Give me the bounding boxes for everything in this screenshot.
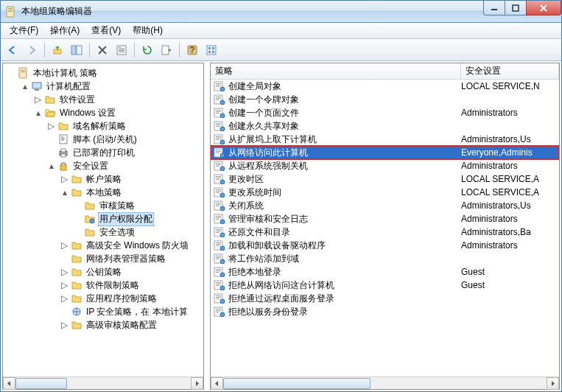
svg-rect-60 [216, 151, 221, 152]
tree-hscrollbar[interactable] [3, 377, 203, 389]
properties-button[interactable] [113, 41, 130, 59]
back-button[interactable] [4, 41, 21, 59]
menu-file[interactable]: 文件(F) [4, 23, 44, 38]
show-hide-tree-button[interactable] [68, 41, 85, 59]
policy-row[interactable]: 创建一个令牌对象 [211, 93, 559, 106]
policy-row[interactable]: 创建永久共享对象 [211, 119, 559, 133]
view-options-button[interactable] [203, 41, 220, 59]
tree-label: 脚本 (启动/关机) [71, 133, 138, 146]
tree-user-rights[interactable]: ▷用户权限分配 [72, 212, 203, 225]
tree-root[interactable]: ▷ 本地计算机 策略 [6, 66, 203, 80]
window-buttons [484, 1, 561, 15]
scroll-track[interactable] [15, 377, 191, 390]
refresh-button[interactable] [138, 41, 156, 59]
collapse-icon[interactable]: ▴ [21, 83, 29, 91]
svg-rect-64 [216, 163, 221, 164]
scroll-thumb[interactable] [15, 378, 67, 389]
tree-local-policies[interactable]: ▴本地策略 [59, 186, 203, 199]
column-header-security[interactable]: 安全设置 [461, 63, 559, 79]
collapse-icon[interactable]: ▴ [60, 189, 69, 197]
policy-row[interactable]: 拒绝通过远程桌面服务登录 [211, 292, 559, 305]
policy-row[interactable]: 还原文件和目录Administrators,Ba [211, 225, 559, 239]
policy-row[interactable]: 创建一个页面文件Administrators [211, 106, 559, 119]
scroll-right-button[interactable] [547, 377, 559, 390]
expand-icon[interactable]: ▷ [60, 295, 69, 303]
column-header-policy[interactable]: 策略 [211, 63, 461, 79]
scroll-track[interactable] [223, 377, 547, 390]
ipsec-icon [71, 306, 82, 318]
tree-windows-settings[interactable]: ▴Windows 设置 [32, 106, 203, 119]
tree-audit-policy[interactable]: ▷审核策略 [72, 199, 203, 212]
scroll-right-button[interactable] [191, 377, 203, 390]
expand-icon[interactable]: ▷ [47, 122, 55, 130]
maximize-button[interactable] [505, 1, 527, 15]
scroll-thumb[interactable] [223, 378, 370, 389]
policy-row[interactable]: 关闭系统Administrators,Us [211, 199, 559, 212]
expand-icon[interactable]: ▷ [60, 175, 69, 183]
policy-row[interactable]: 更改系统时间LOCAL SERVICE,A [211, 186, 559, 199]
list-hscrollbar[interactable] [211, 377, 559, 389]
policy-row[interactable]: 加载和卸载设备驱动程序Administrators [211, 239, 559, 252]
menu-action[interactable]: 操作(A) [44, 23, 85, 38]
policy-row[interactable]: 从远程系统强制关机Administrators [211, 159, 559, 172]
tree-advanced-audit[interactable]: ▷高级审核策略配置 [59, 318, 203, 332]
tree-security-settings[interactable]: ▴安全设置 [46, 159, 203, 172]
tree-app-control[interactable]: ▷应用程序控制策略 [59, 292, 203, 305]
up-button[interactable] [49, 41, 66, 59]
tree-deployed-printers[interactable]: ▷已部署的打印机 [46, 146, 203, 159]
tree-ipsec[interactable]: ▷IP 安全策略，在 本地计算 [59, 305, 203, 318]
tree-nlm[interactable]: ▷网络列表管理器策略 [59, 252, 203, 265]
console-root-icon [18, 67, 29, 79]
scroll-left-button[interactable] [211, 377, 223, 390]
splitter[interactable] [206, 61, 208, 391]
policy-row[interactable]: 从网络访问此计算机Everyone,Adminis [211, 146, 559, 159]
policy-row[interactable]: 将工作站添加到域 [211, 252, 559, 265]
policy-row[interactable]: 拒绝本地登录Guest [211, 265, 559, 279]
tree-software-settings[interactable]: ▷软件设置 [32, 93, 203, 106]
toolbar: ? [1, 39, 561, 61]
expand-icon[interactable]: ▷ [60, 242, 69, 250]
delete-button[interactable] [94, 41, 111, 59]
close-button[interactable] [526, 1, 561, 15]
tree-scripts[interactable]: ▷脚本 (启动/关机) [46, 133, 203, 146]
list-pane: 策略 安全设置 创建全局对象LOCAL SERVICE,N创建一个令牌对象创建一… [210, 63, 560, 390]
expand-icon[interactable]: ▷ [60, 268, 69, 276]
tree-computer-config[interactable]: ▴ 计算机配置 [19, 80, 203, 93]
policy-value: Administrators [461, 214, 559, 224]
collapse-icon[interactable]: ▴ [34, 109, 42, 117]
menu-help[interactable]: 帮助(H) [127, 23, 169, 38]
menu-view[interactable]: 查看(V) [85, 23, 127, 38]
forward-button[interactable] [23, 41, 41, 59]
expand-icon[interactable]: ▷ [60, 321, 69, 329]
svg-rect-30 [60, 165, 66, 170]
svg-point-117 [220, 299, 225, 304]
collapse-icon[interactable]: ▴ [47, 162, 55, 170]
scroll-left-button[interactable] [3, 377, 15, 390]
policy-row[interactable]: 拒绝从网络访问这台计算机Guest [211, 279, 559, 292]
tree-account-policies[interactable]: ▷帐户策略 [59, 172, 203, 186]
export-list-button[interactable] [158, 41, 175, 59]
tree-software-restriction[interactable]: ▷软件限制策略 [59, 279, 203, 292]
policy-name: 还原文件和目录 [228, 226, 290, 239]
policy-row[interactable]: 创建全局对象LOCAL SERVICE,N [211, 80, 559, 93]
expand-icon[interactable]: ▷ [60, 281, 69, 290]
minimize-button[interactable] [483, 1, 505, 15]
svg-point-77 [220, 193, 225, 197]
tree-name-resolution[interactable]: ▷域名解析策略 [46, 119, 203, 133]
tree-public-key[interactable]: ▷公钥策略 [59, 265, 203, 279]
policy-row[interactable]: 更改时区LOCAL SERVICE,A [211, 172, 559, 186]
policy-row[interactable]: 从扩展坞上取下计算机Administrators,Us [211, 133, 559, 146]
help-button[interactable]: ? [183, 41, 201, 59]
svg-rect-36 [216, 86, 219, 87]
tree-wfas[interactable]: ▷高级安全 Windows 防火墙 [59, 239, 203, 252]
policy-item-icon [214, 120, 225, 132]
policy-tree[interactable]: ▷ 本地计算机 策略 ▴ 计算机配置 [3, 63, 203, 377]
tree-security-options[interactable]: ▷安全选项 [72, 225, 203, 239]
policy-row[interactable]: 拒绝以服务身份登录 [211, 305, 559, 318]
svg-rect-22 [21, 70, 25, 71]
expand-icon[interactable]: ▷ [34, 96, 42, 104]
policy-row[interactable]: 管理审核和安全日志Administrators [211, 212, 559, 225]
policy-list[interactable]: 创建全局对象LOCAL SERVICE,N创建一个令牌对象创建一个页面文件Adm… [211, 80, 559, 377]
titlebar[interactable]: 本地组策略编辑器 [1, 1, 561, 23]
svg-rect-16 [207, 46, 216, 55]
